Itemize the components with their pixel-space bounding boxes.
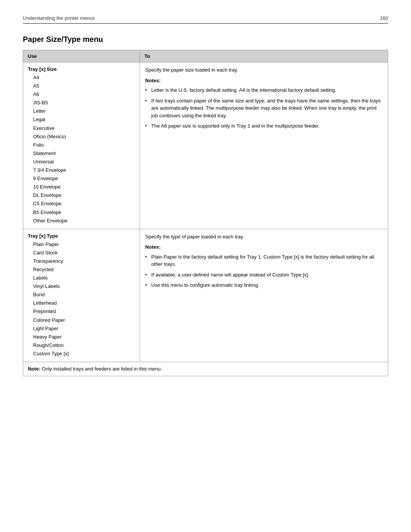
table-row-tray-type: Tray [x] Type Plain Paper Card Stock Tra… <box>23 229 388 362</box>
section-title: Paper Size/Type menu <box>23 35 388 44</box>
list-item: Vinyl Labels <box>28 282 135 291</box>
list-item: A6 <box>28 90 135 99</box>
list-item: Card Stock <box>28 249 135 257</box>
table-footer-row: Note: Only installed trays and feeders a… <box>23 362 388 376</box>
list-item: The A6 paper size is supported only in T… <box>145 122 382 130</box>
table-header-row: Use To <box>23 50 388 62</box>
table-footer-note: Note: Only installed trays and feeders a… <box>23 362 388 376</box>
page-header: Understanding the printer menus 160 <box>23 15 388 24</box>
list-item: Use this menu to configure automatic tra… <box>145 281 382 289</box>
list-item: JIS-B5 <box>28 99 135 107</box>
tray-type-label: Tray [x] Type <box>28 233 135 239</box>
tray-type-notes-label: Notes: <box>145 243 382 251</box>
list-item: Transparency <box>28 257 135 265</box>
tray-size-notes-list: Letter is the U.S. factory default setti… <box>145 86 382 130</box>
list-item: Legal <box>28 115 135 124</box>
list-item: 10 Envelope <box>28 183 135 191</box>
list-item: Statement <box>28 149 135 158</box>
page-number: 160 <box>380 15 388 21</box>
list-item: If available, a user-defined name will a… <box>145 271 382 279</box>
list-item: Bond <box>28 291 135 299</box>
list-item: Universal <box>28 158 135 166</box>
col-use-header: Use <box>23 50 140 62</box>
list-item: 9 Envelope <box>28 174 135 183</box>
tray-size-description: Specify the paper size loaded in each tr… <box>145 66 382 74</box>
list-item: Preprinted <box>28 307 135 316</box>
list-item: Recycled <box>28 265 135 274</box>
to-col-tray-size: Specify the paper size loaded in each tr… <box>140 62 388 229</box>
list-item: Plain Paper <box>28 240 135 249</box>
list-item: Oficio (Mexico) <box>28 133 135 141</box>
list-item: Labels <box>28 274 135 282</box>
list-item: Letterhead <box>28 299 135 307</box>
list-item: Letter <box>28 107 135 115</box>
list-item: 7 3/4 Envelope <box>28 166 135 174</box>
list-item: A4 <box>28 73 135 82</box>
list-item: Letter is the U.S. factory default setti… <box>145 86 382 94</box>
page-header-title: Understanding the printer menus <box>23 15 95 21</box>
list-item: Folio <box>28 141 135 149</box>
list-item: Heavy Paper <box>28 333 135 341</box>
list-item: Executive <box>28 124 135 133</box>
tray-size-label: Tray [x] Size <box>28 66 135 72</box>
to-col-tray-type: Specify the type of paper loaded in each… <box>140 229 388 362</box>
col-to-header: To <box>140 50 388 62</box>
list-item: Rough/Cotton <box>28 341 135 350</box>
tray-type-description: Specify the type of paper loaded in each… <box>145 233 382 241</box>
list-item: Custom Type [x] <box>28 350 135 358</box>
use-col-tray-type: Tray [x] Type Plain Paper Card Stock Tra… <box>23 229 140 362</box>
list-item: A5 <box>28 82 135 90</box>
list-item: Light Paper <box>28 324 135 333</box>
list-item: DL Envelope <box>28 191 135 200</box>
table-row-tray-size: Tray [x] Size A4 A5 A6 JIS-B5 Letter Leg… <box>23 62 388 229</box>
list-item: B5 Envelope <box>28 208 135 217</box>
list-item: Colored Paper <box>28 316 135 324</box>
list-item: Plain Paper is the factory default setti… <box>145 253 382 268</box>
list-item: C5 Envelope <box>28 200 135 208</box>
main-table: Use To Tray [x] Size A4 A5 A6 JIS-B5 Let… <box>23 50 388 376</box>
use-col-tray-size: Tray [x] Size A4 A5 A6 JIS-B5 Letter Leg… <box>23 62 140 229</box>
tray-size-notes-label: Notes: <box>145 77 382 85</box>
tray-type-notes-list: Plain Paper is the factory default setti… <box>145 253 382 289</box>
list-item: Other Envelope <box>28 217 135 225</box>
list-item: If two trays contain paper of the same s… <box>145 97 382 120</box>
